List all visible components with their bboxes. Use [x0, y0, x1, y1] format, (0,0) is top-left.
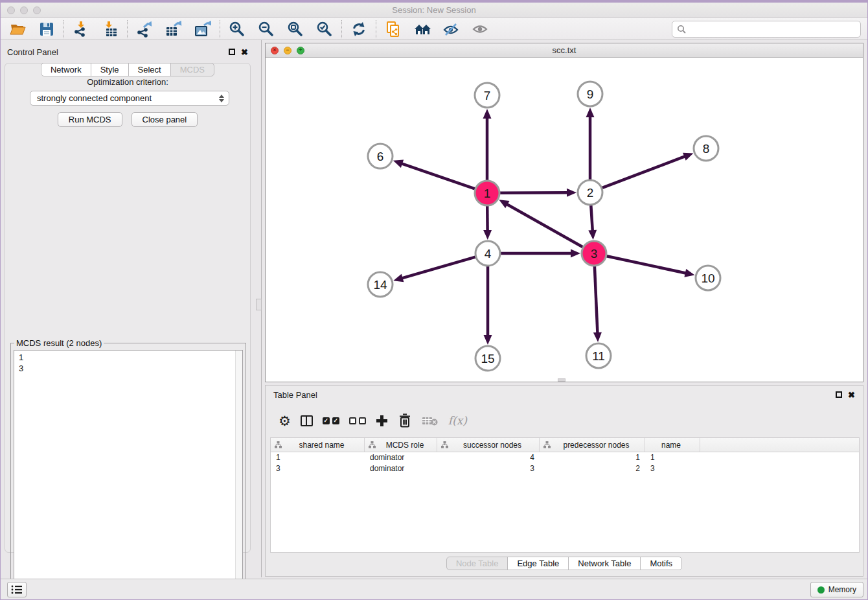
graph-node-label: 2	[587, 186, 594, 200]
column-header-label: MCDS role	[376, 441, 437, 450]
graph-edge-3-1[interactable]	[506, 203, 583, 247]
add-column-icon[interactable]	[376, 412, 388, 429]
table-row[interactable]: 1dominator411	[271, 452, 859, 463]
documents-share-icon[interactable]	[385, 21, 402, 38]
table-panel: Table Panel ✖ ⚙ ✓✓ f(x) shared nameMCDS …	[265, 385, 863, 577]
tab-motifs[interactable]: Motifs	[640, 557, 682, 570]
select-all-rows-icon[interactable]: ✓✓	[323, 412, 339, 429]
table-cell: 1	[540, 452, 645, 463]
task-history-button[interactable]	[7, 582, 27, 597]
float-panel-icon[interactable]	[229, 49, 235, 55]
graph-edge-arrowhead	[483, 109, 492, 119]
column-type-icon	[543, 441, 551, 448]
panel-splitter-grip[interactable]	[256, 299, 262, 310]
save-session-icon[interactable]	[38, 21, 55, 38]
graph-edge-arrowhead	[567, 189, 577, 197]
tab-select[interactable]: Select	[128, 63, 171, 76]
app-title: Session: New Session	[1, 5, 867, 15]
close-table-panel-icon[interactable]: ✖	[848, 391, 855, 399]
graph-edge-arrowhead	[588, 230, 597, 240]
export-table-icon[interactable]	[165, 21, 182, 38]
graph-edge-3-10[interactable]	[607, 256, 687, 273]
deselect-all-rows-icon[interactable]	[349, 412, 366, 429]
mcds-result-group: MCDS result (2 nodes) 1 3	[10, 338, 246, 583]
mcds-panel: Optimization criterion: strongly connect…	[5, 63, 251, 553]
column-header-name[interactable]: name	[645, 438, 700, 452]
float-table-panel-icon[interactable]	[836, 391, 842, 398]
control-panel-title: Control Panel	[7, 47, 58, 57]
tab-mcds[interactable]: MCDS	[170, 63, 214, 76]
graph-edge-arrowhead	[684, 269, 694, 277]
table-cell: dominator	[365, 452, 437, 463]
graph-edge-1-2[interactable]	[500, 192, 569, 193]
main-toolbar	[1, 18, 867, 40]
close-panel-button[interactable]: Close panel	[131, 112, 198, 127]
open-session-icon[interactable]	[9, 21, 26, 38]
optimization-label: Optimization criterion:	[5, 77, 250, 87]
houses-icon[interactable]	[414, 21, 431, 38]
graph-edge-2-8[interactable]	[602, 156, 686, 188]
mcds-result-box[interactable]: 1 3	[14, 350, 243, 579]
memory-status-dot	[817, 586, 825, 594]
export-network-icon[interactable]	[136, 21, 153, 38]
list-icon	[10, 584, 23, 595]
table-header-row: shared nameMCDS rolesuccessor nodesprede…	[271, 438, 859, 452]
column-header-successor-nodes[interactable]: successor nodes	[437, 438, 540, 452]
delete-column-icon[interactable]	[398, 412, 412, 429]
table-row[interactable]: 3dominator323	[271, 463, 859, 474]
close-panel-icon[interactable]: ✖	[241, 48, 248, 56]
graph-node-label: 3	[591, 247, 598, 260]
graph-edge-4-14[interactable]	[401, 257, 475, 279]
tab-style[interactable]: Style	[91, 63, 129, 76]
zoom-selected-icon[interactable]	[316, 21, 333, 38]
graph-node-label: 10	[701, 271, 714, 285]
graph-edge-3-11[interactable]	[595, 266, 598, 334]
table-settings-gear-icon[interactable]: ⚙	[279, 412, 291, 429]
show-columns-icon[interactable]	[301, 412, 313, 429]
refresh-view-icon[interactable]	[350, 21, 367, 38]
table-cell: 3	[437, 463, 540, 474]
tab-node-table[interactable]: Node Table	[446, 557, 508, 570]
run-mcds-button[interactable]: Run MCDS	[58, 112, 122, 127]
table-cell: 3	[645, 463, 700, 474]
table-body: 1dominator4113dominator323	[271, 452, 859, 474]
column-type-icon	[369, 441, 376, 448]
tab-network[interactable]: Network	[41, 63, 91, 76]
dropdown-stepper-icon	[219, 95, 224, 102]
graph-edge-2-3[interactable]	[591, 205, 593, 232]
table-panel-tabs: Node TableEdge TableNetwork TableMotifs	[266, 557, 863, 570]
control-panel-tabs: NetworkStyleSelectMCDS	[1, 63, 255, 76]
column-header-shared-name[interactable]: shared name	[271, 438, 365, 452]
import-table-icon[interactable]	[102, 21, 119, 38]
eye-hide-icon[interactable]	[443, 21, 460, 38]
column-header-label: predecessor nodes	[551, 441, 645, 450]
zoom-out-icon[interactable]	[258, 21, 275, 38]
mcds-result-title: MCDS result (2 nodes)	[14, 338, 104, 348]
network-canvas[interactable]: 7968124314101511	[266, 58, 863, 382]
tab-edge-table[interactable]: Edge Table	[507, 557, 569, 570]
result-scrollbar[interactable]	[235, 351, 242, 579]
graph-node-label: 15	[481, 352, 494, 365]
optimization-dropdown[interactable]: strongly connected component	[30, 91, 229, 106]
import-network-icon[interactable]	[73, 21, 89, 38]
memory-label: Memory	[828, 585, 856, 594]
column-header-predecessor-nodes[interactable]: predecessor nodes	[540, 438, 645, 452]
column-header-mcds-role[interactable]: MCDS role	[365, 438, 437, 452]
zoom-in-icon[interactable]	[229, 21, 246, 38]
canvas-resize-grip[interactable]	[558, 378, 565, 382]
function-builder-icon: f(x)	[448, 412, 467, 429]
export-image-icon[interactable]	[194, 21, 211, 38]
table-cell: 2	[540, 463, 645, 474]
graph-edge-1-6[interactable]	[400, 163, 475, 189]
tab-network-table[interactable]: Network Table	[568, 557, 641, 570]
zoom-fit-icon[interactable]	[287, 21, 304, 38]
mcds-result-lines: 1 3	[19, 352, 242, 374]
search-input[interactable]	[689, 23, 860, 36]
graph-edge-arrowhead	[593, 332, 602, 342]
network-window-title: scc.txt	[266, 45, 863, 55]
column-type-icon	[275, 441, 282, 448]
eye-show-icon[interactable]	[472, 21, 489, 38]
graph-edge-arrowhead	[393, 160, 404, 168]
search-box[interactable]	[672, 21, 861, 38]
memory-button[interactable]: Memory	[810, 582, 863, 597]
